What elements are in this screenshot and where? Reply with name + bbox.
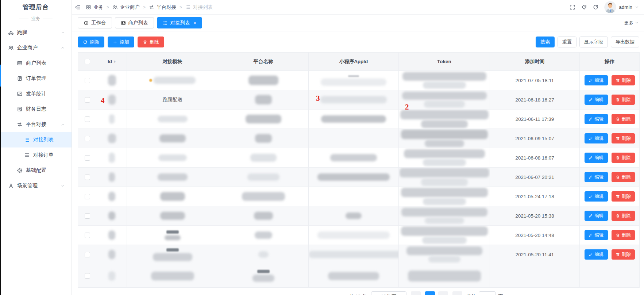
sidebar-item-base-config[interactable]: 基础配置 — [0, 163, 72, 178]
cell-token — [399, 148, 490, 168]
cell-platform — [218, 71, 309, 90]
table-row: 2021-06-11 17:39编辑删除 — [78, 110, 640, 129]
tab-merchant-list[interactable]: 商户列表 — [115, 17, 154, 28]
cell-appid — [309, 168, 399, 187]
add-button[interactable]: 添加 — [108, 37, 134, 47]
cell-id — [97, 110, 127, 129]
search-button[interactable]: 搜索 — [536, 37, 555, 47]
export-button[interactable]: 导出数据 — [611, 37, 639, 47]
tag-icon[interactable] — [581, 4, 587, 10]
tab-label: 商户列表 — [128, 20, 148, 26]
sidebar-item-merchant-list[interactable]: 商户列表 — [0, 55, 72, 71]
row-checkbox[interactable] — [85, 252, 90, 257]
username: admin — [619, 4, 632, 10]
edit-row-button[interactable]: 编辑 — [585, 191, 608, 202]
idcard-icon — [17, 60, 23, 66]
sidebar-item-order-manage[interactable]: 订单管理 — [0, 71, 72, 86]
edit-row-button[interactable]: 编辑 — [585, 230, 608, 240]
next-page-button[interactable]: › — [452, 291, 462, 295]
delete-row-button[interactable]: 删除 — [612, 95, 635, 105]
sidebar-item-dispatch-stats[interactable]: 发单统计 — [0, 86, 72, 101]
row-checkbox[interactable] — [85, 273, 90, 279]
more-label: 更多 — [624, 20, 633, 26]
row-checkbox[interactable] — [85, 175, 90, 180]
delete-row-button[interactable]: 删除 — [612, 75, 635, 85]
delete-row-button[interactable]: 删除 — [612, 172, 635, 182]
select-all-checkbox[interactable] — [85, 59, 90, 64]
fields-button[interactable]: 显示字段 — [579, 37, 608, 47]
redacted-blob — [154, 77, 196, 84]
cell-checkbox — [78, 206, 97, 226]
row-checkbox[interactable] — [85, 116, 90, 122]
reset-button[interactable]: 重置 — [558, 37, 576, 47]
tab-workbench[interactable]: 工作台 — [78, 17, 112, 28]
more-dropdown[interactable]: 更多 — [624, 20, 639, 26]
button-label: 删除 — [622, 232, 631, 238]
redacted-blob — [330, 154, 377, 161]
sidebar-item-dock-orders[interactable]: 对接订单 — [0, 148, 72, 163]
edit-row-button[interactable]: 编辑 — [585, 172, 608, 182]
breadcrumb-item[interactable]: 业务 — [86, 4, 103, 11]
edit-row-button[interactable]: 编辑 — [585, 75, 608, 85]
row-checkbox[interactable] — [85, 213, 90, 219]
refresh-button[interactable]: 刷新 — [78, 37, 104, 47]
button-label: 编辑 — [595, 232, 604, 238]
delete-row-button[interactable]: 删除 — [612, 230, 635, 240]
redacted-blob — [165, 235, 181, 240]
redacted-blob — [402, 92, 487, 100]
breadcrumb-item[interactable]: 平台对接 — [149, 4, 176, 11]
edit-row-button[interactable]: 编辑 — [585, 249, 608, 260]
delete-row-button[interactable]: 删除 — [612, 211, 635, 221]
page-size-select[interactable]: 10条/页 — [371, 291, 406, 295]
row-checkbox[interactable] — [85, 78, 90, 83]
fullscreen-icon[interactable] — [569, 4, 575, 10]
status-dot — [149, 79, 152, 82]
breadcrumb-item[interactable]: 企业商户 — [112, 4, 140, 11]
button-label: 删除 — [622, 97, 631, 103]
cell-time: 2021-06-07 20:21 — [490, 168, 580, 187]
jump-page-input[interactable] — [479, 291, 496, 295]
delete-row-button[interactable]: 删除 — [612, 249, 635, 260]
cell-time: 2021-06-11 17:39 — [490, 110, 580, 129]
edit-row-button[interactable]: 编辑 — [585, 114, 608, 124]
delete-row-button[interactable]: 删除 — [612, 153, 635, 163]
row-checkbox[interactable] — [85, 155, 90, 161]
breadcrumb-label: 平台对接 — [157, 4, 176, 11]
edit-row-button[interactable]: 编辑 — [585, 133, 608, 143]
sidebar-item-dock-list[interactable]: 对接列表 — [0, 132, 72, 148]
sidebar-item-label: 场景管理 — [17, 183, 38, 189]
sidebar-item-finance-log[interactable]: 财务日志 — [0, 101, 72, 117]
delete-row-button[interactable]: 删除 — [612, 191, 635, 202]
table-row: 2021-06-08 16:07编辑删除 — [78, 148, 640, 168]
row-checkbox[interactable] — [85, 136, 90, 141]
tabs: 工作台商户列表对接列表× — [78, 17, 202, 28]
sidebar-item-paotui[interactable]: 跑腿 — [0, 25, 72, 40]
page-button-2[interactable]: 2 — [438, 291, 448, 295]
edit-row-button[interactable]: 编辑 — [585, 211, 608, 221]
cell-module — [127, 206, 218, 226]
redacted-blob — [158, 173, 188, 181]
sort-icon[interactable]: ▲▼ — [113, 60, 116, 63]
edit-row-button[interactable]: 编辑 — [585, 95, 608, 105]
lines-icon — [24, 152, 30, 158]
tab-dock-list[interactable]: 对接列表× — [157, 17, 202, 28]
row-checkbox[interactable] — [85, 194, 90, 199]
sidebar-item-merchant[interactable]: 企业商户 — [0, 40, 72, 55]
delete-row-button[interactable]: 删除 — [612, 133, 635, 143]
close-tab-icon[interactable]: × — [193, 20, 196, 26]
sidebar-item-platform-dock[interactable]: 平台对接 — [0, 117, 72, 132]
prev-page-button[interactable]: ‹ — [411, 291, 421, 295]
collapse-sidebar-icon[interactable] — [75, 4, 81, 10]
edit-row-button[interactable]: 编辑 — [585, 153, 608, 163]
refresh-page-icon[interactable] — [593, 4, 599, 10]
redacted-blob — [404, 149, 485, 158]
row-checkbox[interactable] — [85, 97, 90, 103]
trash-icon — [616, 233, 620, 237]
delete-button[interactable]: 删除 — [138, 37, 164, 47]
sidebar-item-scene-manage[interactable]: 场景管理 — [0, 178, 72, 194]
page-button-1[interactable]: 1 — [425, 291, 435, 295]
delete-row-button[interactable]: 删除 — [612, 114, 635, 124]
table-header-row: Id▲▼对接模块平台名称小程序AppIdToken添加时间操作 — [78, 53, 640, 71]
user-menu[interactable]: admin — [604, 1, 639, 13]
row-checkbox[interactable] — [85, 233, 90, 238]
